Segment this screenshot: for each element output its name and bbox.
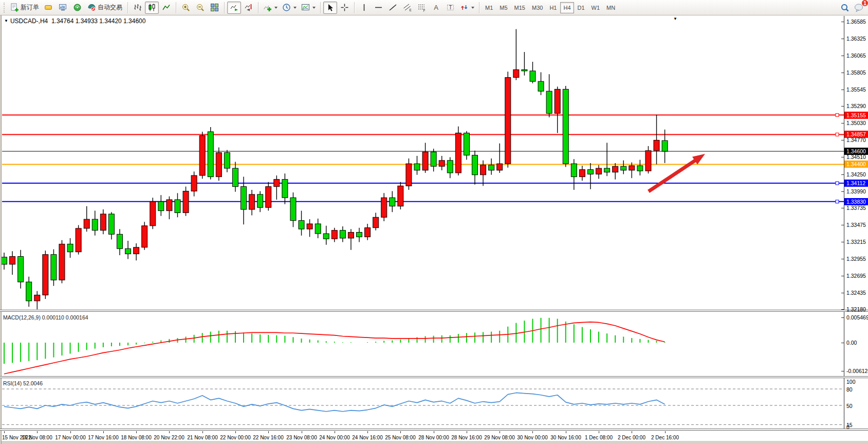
toolbar: 新订单 自动交易 bbox=[0, 0, 868, 15]
line-chart-icon bbox=[162, 3, 171, 12]
rsi-indicator-label: RSI(14) 52.0046 bbox=[3, 380, 43, 386]
price-line-badge: 1.33830 bbox=[844, 198, 868, 205]
macd-tick-mark bbox=[841, 371, 844, 371]
timeframe-D1[interactable]: D1 bbox=[575, 2, 588, 13]
timeframe-M15[interactable]: M15 bbox=[511, 2, 528, 13]
add-indicator-icon bbox=[263, 3, 272, 12]
time-tick-mark bbox=[400, 431, 401, 433]
chart-bars-button[interactable] bbox=[131, 2, 144, 14]
auto-scroll-button[interactable] bbox=[227, 2, 241, 14]
market-watch-icon bbox=[59, 3, 67, 12]
arrows-button[interactable] bbox=[458, 2, 476, 14]
macd-axis-label: 0.00 bbox=[846, 340, 868, 346]
search-icon bbox=[840, 3, 849, 12]
market-watch-button[interactable] bbox=[56, 2, 70, 14]
chart-shift-icon bbox=[244, 3, 253, 12]
time-tick-mark bbox=[500, 431, 500, 433]
time-axis-label: 28 Nov 16:00 bbox=[450, 435, 484, 440]
time-tick-mark bbox=[566, 431, 566, 433]
vertical-line-button[interactable] bbox=[357, 2, 371, 14]
timeframe-H4[interactable]: H4 bbox=[560, 2, 574, 13]
autotrade-label: 自动交易 bbox=[98, 3, 122, 12]
time-tick-mark bbox=[169, 431, 170, 433]
chart-ohlc-values: 1.34764 1.34933 1.34420 1.34600 bbox=[51, 17, 146, 25]
search-button[interactable] bbox=[838, 2, 852, 14]
zoom-out-ic on bbox=[196, 3, 205, 12]
timeframe-M30[interactable]: M30 bbox=[529, 2, 546, 13]
macd-indicator-label: MACD(12,26,9) 0.000110 0.000164 bbox=[3, 314, 88, 321]
price-tick-label: 1.34250 bbox=[846, 171, 868, 177]
tile-windows-button[interactable] bbox=[208, 2, 221, 14]
time-axis-label: 20 Nov 22:00 bbox=[152, 435, 186, 440]
time-axis-label: 24 Nov 00:00 bbox=[318, 435, 352, 440]
crosshair-button[interactable] bbox=[338, 2, 352, 14]
zoom-in-button[interactable] bbox=[179, 2, 193, 14]
timeframe-M5[interactable]: M5 bbox=[496, 2, 510, 13]
toolbar-separator bbox=[479, 2, 479, 13]
svg-text:F: F bbox=[423, 9, 426, 12]
chart-shift-button[interactable] bbox=[242, 2, 255, 14]
time-axis-label: 2 Dec 16:00 bbox=[648, 435, 682, 440]
timeframe-W1[interactable]: W1 bbox=[588, 2, 603, 13]
toolbar-separator bbox=[320, 2, 321, 13]
chart-line-button[interactable] bbox=[159, 2, 173, 14]
time-tick-mark bbox=[103, 431, 104, 433]
quotes-button[interactable] bbox=[42, 2, 56, 14]
pane-separator-main-macd[interactable] bbox=[0, 310, 868, 312]
tile-windows-icon bbox=[210, 3, 219, 12]
time-axis-label: 23 Nov 08:00 bbox=[285, 435, 319, 440]
window-left-edge bbox=[0, 15, 2, 444]
chart-candles-button[interactable] bbox=[145, 2, 159, 14]
price-axis-line bbox=[844, 16, 844, 431]
time-axis-label: 28 Nov 00:00 bbox=[417, 435, 451, 440]
timeframe-H1[interactable]: H1 bbox=[546, 2, 560, 13]
chart-menu-arrow[interactable]: ▼ bbox=[673, 16, 677, 21]
macd-tick-mark bbox=[841, 317, 844, 318]
gold-chart-icon bbox=[44, 3, 53, 12]
autotrade-button[interactable]: 自动交易 bbox=[85, 2, 125, 14]
timeframe-MN[interactable]: MN bbox=[603, 2, 618, 13]
navigator-button[interactable] bbox=[70, 2, 84, 14]
fibonacci-button[interactable]: F bbox=[415, 2, 429, 14]
toolbar-separator bbox=[127, 2, 128, 13]
pane-separator-macd-rsi[interactable] bbox=[0, 376, 868, 378]
new-order-button[interactable]: 新订单 bbox=[8, 2, 41, 14]
price-tick-label: 1.36065 bbox=[846, 52, 868, 59]
time-axis-label: 30 Nov 00:00 bbox=[515, 435, 549, 440]
macd-tick-mark bbox=[841, 343, 844, 343]
toolbar-separator bbox=[176, 2, 176, 13]
time-tick-mark bbox=[235, 431, 236, 433]
price-tick-label: 1.32180 bbox=[846, 306, 868, 312]
indicators-button[interactable] bbox=[261, 2, 280, 14]
price-tick-label: 1.32955 bbox=[846, 256, 868, 262]
chart-plot-area[interactable] bbox=[2, 16, 844, 310]
price-tick-label: 1.35545 bbox=[846, 86, 868, 93]
channel-button[interactable]: E bbox=[400, 2, 414, 14]
time-tick-mark bbox=[202, 431, 203, 433]
navigator-icon bbox=[73, 3, 82, 12]
templates-button[interactable] bbox=[299, 2, 318, 14]
toolbar-grip[interactable] bbox=[4, 3, 6, 13]
trendline-button[interactable] bbox=[386, 2, 400, 14]
time-axis-label: 17 Nov 00:00 bbox=[53, 435, 87, 440]
text-button[interactable]: A bbox=[429, 2, 443, 14]
periods-caret bbox=[293, 7, 297, 9]
cursor-button[interactable] bbox=[323, 2, 337, 14]
text-label-icon: T bbox=[446, 3, 455, 12]
pane-separator-rsi-time[interactable] bbox=[0, 429, 868, 431]
periods-button[interactable] bbox=[280, 2, 299, 14]
templates-caret bbox=[312, 7, 316, 9]
toolbar-separator bbox=[258, 2, 258, 13]
price-tick-label: 1.32435 bbox=[846, 290, 868, 296]
svg-text:E: E bbox=[410, 8, 412, 12]
timeframe-M1[interactable]: M1 bbox=[482, 2, 496, 13]
candlestick-icon bbox=[147, 3, 156, 12]
zoom-out-button[interactable] bbox=[193, 2, 207, 14]
arrow-objects-icon bbox=[460, 3, 469, 12]
price-line-badge: 1.34400 bbox=[844, 161, 868, 168]
time-tick-mark bbox=[268, 431, 269, 433]
text-label-button[interactable]: T bbox=[444, 2, 457, 14]
horizontal-line-icon bbox=[374, 3, 383, 12]
chevron-down-icon[interactable]: ▼ bbox=[4, 19, 8, 23]
horizontal-line-button[interactable] bbox=[372, 2, 385, 14]
